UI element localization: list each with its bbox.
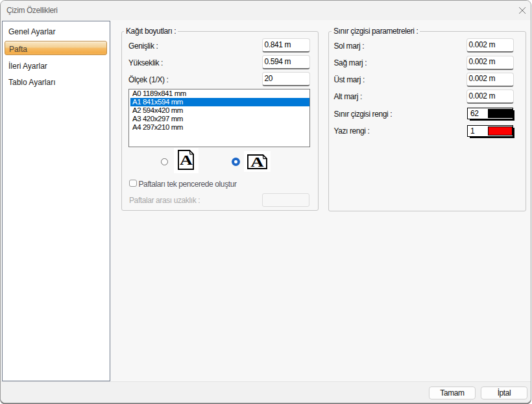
svg-text:A: A: [180, 152, 193, 168]
svg-text:A: A: [250, 154, 264, 169]
